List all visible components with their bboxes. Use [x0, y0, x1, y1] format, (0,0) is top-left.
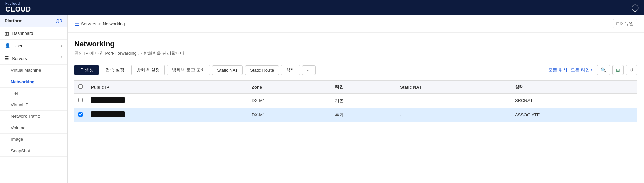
sidebar-item-networking[interactable]: Networking — [0, 76, 67, 88]
access-setting-button[interactable]: 접속 설정 — [101, 65, 130, 75]
sidebar-sub-label-image: Image — [11, 137, 23, 142]
row1-checkbox-cell — [74, 94, 87, 108]
logo-cloud-text: CLOUD — [5, 5, 31, 13]
row2-zone: DX-M1 — [248, 108, 331, 122]
row2-checkbox-cell — [74, 108, 87, 122]
networking-table: Public IP Zone 타입 Static NAT 상태 — [74, 80, 637, 122]
row2-public-ip — [87, 108, 248, 122]
logo[interactable]: kt cloud CLOUD — [5, 2, 31, 13]
row1-type: 기본 — [331, 94, 396, 108]
static-route-button[interactable]: Static Route — [245, 65, 279, 75]
row1-checkbox[interactable] — [78, 98, 83, 102]
row2-static-nat: - — [396, 108, 511, 122]
platform-section: Platform @D — [0, 15, 67, 27]
sidebar-sub-label-network-traffic: Network Traffic — [11, 114, 40, 119]
platform-label: Platform — [5, 18, 23, 23]
sidebar-item-user[interactable]: 👤 User › — [0, 40, 67, 52]
row2-checkbox[interactable] — [78, 112, 83, 117]
chevron-right-icon: › — [61, 44, 62, 48]
sidebar-item-label-user: User — [13, 43, 22, 48]
page-header: Networking 공인 IP 에 대한 Port-Forwarding 과 … — [68, 33, 644, 65]
header-status: 상태 — [511, 81, 637, 94]
toolbar: IP 생성 접속 설정 방화벽 설정 방화벽 로그 조회 Static NAT … — [68, 65, 644, 80]
table-container: Public IP Zone 타입 Static NAT 상태 — [68, 80, 644, 122]
sidebar-item-label-servers: Servers — [12, 56, 27, 61]
row2-status: ASSOCIATE — [511, 108, 637, 122]
more-button[interactable]: ··· — [302, 65, 316, 75]
sidebar-item-volume[interactable]: Volume — [0, 122, 67, 134]
refresh-button[interactable]: ↺ — [626, 65, 637, 75]
servers-icon: ☰ — [5, 55, 9, 61]
sidebar-sub-label-volume: Volume — [11, 125, 25, 130]
page-subtitle: 공인 IP 에 대한 Port-Forwarding 과 방화벽을 관리합니다 — [74, 50, 637, 56]
search-button[interactable]: 🔍 — [597, 65, 610, 75]
row1-zone: DX-M1 — [248, 94, 331, 108]
user-account-icon[interactable]: ◯ — [631, 3, 639, 12]
header-checkbox-cell — [74, 81, 87, 94]
sidebar-item-network-traffic[interactable]: Network Traffic — [0, 111, 67, 122]
toolbar-right-actions: 🔍 ⊞ ↺ — [597, 65, 637, 75]
sidebar-item-servers[interactable]: ☰ Servers ˅ — [0, 52, 67, 65]
row2-type: 추가 — [331, 108, 396, 122]
ip-create-button[interactable]: IP 생성 — [74, 65, 99, 75]
table-row[interactable]: DX-M1 기본 - SRCNAT — [74, 94, 637, 108]
ip-masked-block-2 — [91, 111, 125, 117]
row1-public-ip — [87, 94, 248, 108]
breadcrumb-bar: ☰ Servers > Networking □ 메뉴얼 — [68, 15, 644, 33]
sidebar-sub-label-networking: Networking — [11, 79, 35, 84]
header-public-ip: Public IP — [87, 81, 248, 94]
header-zone: Zone — [248, 81, 331, 94]
menu-button[interactable]: □ 메뉴얼 — [613, 19, 637, 28]
user-icon: 👤 — [5, 43, 10, 48]
chevron-down-icon: ˅ — [60, 56, 62, 61]
sidebar-sub-label-virtual-machine: Virtual Machine — [11, 68, 41, 73]
top-navigation: kt cloud CLOUD ◯ — [0, 0, 644, 15]
firewall-setting-button[interactable]: 방화벽 설정 — [131, 65, 165, 75]
sidebar-item-tier[interactable]: Tier — [0, 88, 67, 99]
select-all-checkbox[interactable] — [78, 84, 83, 89]
row1-static-nat: - — [396, 94, 511, 108]
sidebar-sub-label-virtual-ip: Virtual IP — [11, 102, 29, 107]
static-nat-button[interactable]: Static NAT — [212, 65, 243, 75]
delete-button[interactable]: 삭제 — [281, 65, 300, 75]
main-content: ☰ Servers > Networking □ 메뉴얼 Networking … — [68, 15, 644, 183]
sidebar-item-virtual-ip[interactable]: Virtual IP — [0, 99, 67, 111]
excel-export-button[interactable]: ⊞ — [612, 65, 624, 75]
row1-status: SRCNAT — [511, 94, 637, 108]
sidebar-sub-label-snapshot: SnapShot — [11, 148, 30, 153]
dashboard-icon: ▦ — [5, 30, 9, 36]
platform-badge: @D — [56, 19, 62, 23]
table-row[interactable]: DX-M1 추가 - ASSOCIATE — [74, 108, 637, 122]
logo-kt-text: kt cloud — [5, 2, 31, 5]
breadcrumb-icon: ☰ — [74, 21, 79, 27]
page-title: Networking — [74, 40, 637, 48]
breadcrumb-servers-link[interactable]: Servers — [81, 21, 96, 26]
firewall-log-button[interactable]: 방화벽 로그 조회 — [167, 65, 210, 75]
sidebar-item-image[interactable]: Image — [0, 134, 67, 145]
sidebar-sub-label-tier: Tier — [11, 91, 18, 96]
breadcrumb-current: Networking — [103, 21, 125, 26]
filter-selector[interactable]: 모든 위치 · 모든 타입 › — [548, 67, 592, 73]
sidebar-item-dashboard[interactable]: ▦ Dashboard — [0, 27, 67, 40]
header-type: 타입 — [331, 81, 396, 94]
header-static-nat: Static NAT — [396, 81, 511, 94]
sidebar: Platform @D ▦ Dashboard 👤 User › ☰ Serve… — [0, 15, 68, 183]
sidebar-item-snapshot[interactable]: SnapShot — [0, 145, 67, 157]
sidebar-item-label-dashboard: Dashboard — [12, 31, 33, 36]
table-header-row: Public IP Zone 타입 Static NAT 상태 — [74, 81, 637, 94]
breadcrumb-separator: > — [98, 21, 101, 26]
sidebar-item-virtual-machine[interactable]: Virtual Machine — [0, 65, 67, 76]
ip-masked-block — [91, 97, 125, 103]
